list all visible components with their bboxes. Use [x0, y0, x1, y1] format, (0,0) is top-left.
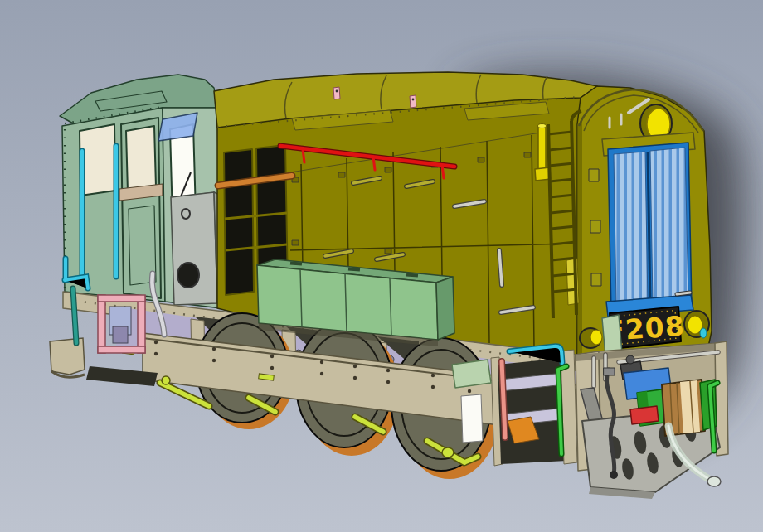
radiator-grille	[602, 133, 695, 317]
cab-door-window	[126, 126, 156, 192]
cabinet-front	[171, 192, 217, 305]
rear-buffer-beam	[50, 338, 85, 375]
hood-corner-shade	[577, 121, 582, 358]
coupling-block-red	[630, 406, 659, 424]
cabinet-port-mesh	[177, 263, 199, 288]
cad-viewport[interactable]: F208	[0, 0, 763, 532]
radiator-slats-right	[650, 148, 688, 303]
battery-box-end	[436, 277, 454, 340]
marker-lamp-left	[580, 328, 602, 348]
sage-chute	[452, 360, 491, 388]
locomotive-3d-render[interactable]: F208	[0, 0, 763, 532]
cyan-valve	[700, 328, 707, 338]
radiator-slats-left	[614, 152, 648, 307]
white-placard	[461, 394, 483, 443]
